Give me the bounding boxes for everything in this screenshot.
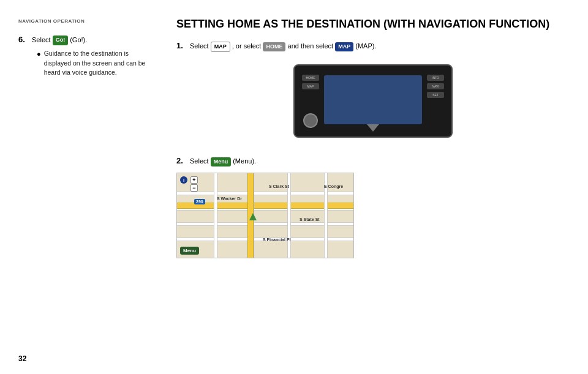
device-screen [324,75,422,124]
road-label-clark: S Clark St [269,184,289,189]
map-dev-btn: MAP [302,83,319,89]
bullet-marker: ● [37,49,41,59]
map-button-badge-1: MAP [211,42,230,53]
road-label-financial: S Financial Pl [263,237,291,242]
device-right-buttons: INFO NAVI SET [427,75,444,98]
section-title: SETTING HOME AS THE DESTINATION (WITH NA… [176,17,570,31]
device-knob [303,113,318,128]
step-6-number: 6. [18,35,28,44]
step1-or-text: , or select [232,42,263,50]
page-number: 32 [18,354,26,363]
map-button-badge-2: MAP [335,42,353,52]
info-dev-btn: INFO [427,75,444,81]
map-screenshot: S Wacker Dr S Clark St S State St E Cong… [176,173,354,258]
road-label-state: S State St [300,217,320,222]
page-header: NAVIGATION OPERATION [18,18,147,24]
step2-menu-paren: (Menu). [233,157,256,165]
highway-shield-290: 290 [194,199,205,204]
device-left-buttons: HOME MAP [302,75,319,89]
device-arrow-indicator [367,124,379,132]
home-dev-btn: HOME [302,75,319,81]
step-1-number: 1. [176,41,186,50]
step1-then-text: and then select [288,42,336,50]
step2-select-text: Select [190,157,211,165]
navi-dev-btn: NAVI [427,83,444,89]
device-image: HOME MAP INFO NAVI SET [293,64,453,138]
step1-select-text: Select [190,42,211,50]
zoom-controls: + − [190,176,198,192]
go-button-badge: Go! [53,36,69,45]
navigation-arrow [249,213,257,220]
road-label-congre: E Congre [324,184,343,189]
step-2-row: 2. Select Menu (Menu). [176,156,570,166]
road-label-wacker: S Wacker Dr [217,196,242,201]
step-2-number: 2. [176,156,186,165]
step-6-bullet: Guidance to the destination is displayed… [44,49,147,78]
menu-button-badge: Menu [211,157,232,167]
set-dev-btn: SET [427,92,444,98]
step-1-row: 1. Select MAP , or select HOME and then … [176,41,570,52]
map-menu-button: Menu [180,247,199,255]
home-button-badge: HOME [263,42,285,52]
step-6-select-text: Select [32,36,51,43]
step1-map-paren: (MAP). [355,42,376,50]
step-6-suffix: (Go!). [70,36,87,43]
map-info-dot: i [180,176,187,184]
